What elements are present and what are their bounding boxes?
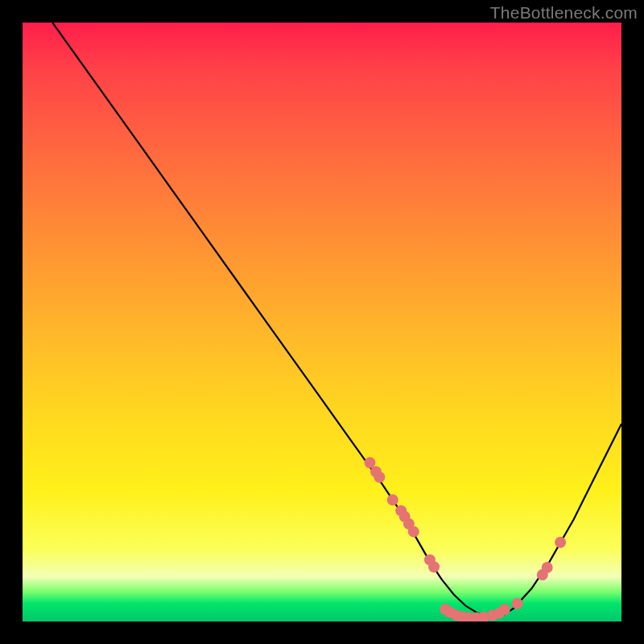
- plot-area: [23, 23, 621, 621]
- curve-marker: [512, 598, 523, 609]
- curve-marker: [542, 562, 553, 573]
- bottleneck-curve: [52, 23, 621, 617]
- curve-marker: [374, 472, 385, 483]
- curve-marker: [387, 494, 398, 506]
- curve-marker: [408, 526, 419, 537]
- curve-marker: [499, 604, 510, 615]
- chart-svg: [23, 23, 621, 621]
- chart-frame: [23, 23, 621, 621]
- curve-markers-group: [365, 457, 567, 621]
- curve-marker: [555, 537, 566, 548]
- curve-marker: [428, 561, 440, 572]
- watermark-text: TheBottleneck.com: [490, 3, 638, 23]
